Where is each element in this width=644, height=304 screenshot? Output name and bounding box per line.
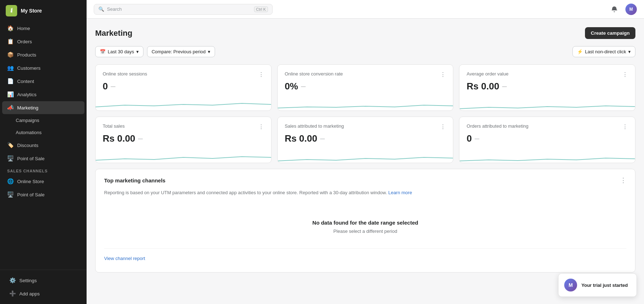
sidebar-item-campaigns[interactable]: Campaigns [2,114,84,126]
main-content: Marketing Create campaign 📅 Last 30 days… [87,19,644,304]
marketing-icon: 📣 [7,104,14,111]
sidebar-item-customers[interactable]: 👥 Customers [2,62,84,74]
no-data-subtitle: Please select a different period [111,229,619,234]
attribution-filter[interactable]: ⚡ Last non-direct click ▾ [572,46,635,57]
sidebar-item-discounts-label: Discounts [17,143,38,148]
trial-text: Your trial just started [581,283,628,288]
sidebar-footer: ⚙️ Settings ➕ Add apps [0,270,87,304]
sidebar-item-automations[interactable]: Automations [2,127,84,138]
sidebar-item-campaigns-label: Campaigns [16,118,39,123]
topbar-right: M [608,3,637,15]
page-header: Marketing Create campaign [95,27,635,39]
trial-banner: M Your trial just started [558,273,637,297]
metrics-grid-row1: Online store sessions ⋮ 0 — Online store… [95,64,635,111]
sidebar-item-home-label: Home [17,26,30,31]
card-value-sales-attributed: Rs 0.00 — [285,133,446,144]
create-campaign-button[interactable]: Create campaign [585,27,635,39]
sidebar-item-products-label: Products [17,52,36,58]
sidebar-item-settings[interactable]: ⚙️ Settings [4,274,82,287]
sidebar-item-home[interactable]: 🏠 Home [2,22,84,35]
section-menu-icon[interactable]: ⋮ [620,176,626,184]
notifications-button[interactable] [608,3,620,15]
sidebar-item-online-store-label: Online Store [17,179,44,184]
info-text: Reporting is based on your UTM parameter… [104,189,626,197]
card-header-sessions: Online store sessions ⋮ [103,71,264,78]
metric-card-avg-order: Average order value ⋮ Rs 0.00 — [459,64,635,111]
card-header-orders-attributed: Orders attributed to marketing ⋮ [467,123,628,130]
trial-avatar: M [564,279,577,291]
card-value-orders-attributed: 0 — [467,133,628,144]
view-channel-report-link[interactable]: View channel report [104,256,145,261]
card-value-avg-order: Rs 0.00 — [467,81,628,92]
learn-more-link[interactable]: Learn more [388,190,412,195]
card-value-sessions: 0 — [103,81,264,92]
sidebar-item-add-apps-label: Add apps [19,291,40,296]
date-range-filter[interactable]: 📅 Last 30 days ▾ [95,46,143,57]
sidebar-item-automations-label: Automations [16,130,42,135]
compare-chevron-icon: ▾ [208,49,210,54]
sidebar-item-add-apps[interactable]: ➕ Add apps [4,287,82,300]
card-title-sales-attributed: Sales attributed to marketing [285,123,344,129]
sidebar-item-online-store[interactable]: 🌐 Online Store [2,175,84,188]
compare-filter[interactable]: Compare: Previous period ▾ [147,46,215,57]
chevron-down-icon: ▾ [136,49,139,54]
home-icon: 🏠 [7,25,14,31]
card-menu-conversion[interactable]: ⋮ [440,71,446,78]
shopify-logo-icon [6,5,17,16]
products-icon: 📦 [7,52,14,58]
sidebar-navigation: 🏠 Home 📋 Orders 📦 Products 👥 Customers 📄… [0,20,87,270]
card-menu-sessions[interactable]: ⋮ [258,71,264,78]
card-menu-sales-attributed[interactable]: ⋮ [440,123,446,130]
store-name: My Store [21,8,42,14]
metric-card-sessions: Online store sessions ⋮ 0 — [95,64,272,111]
card-header-conversion: Online store conversion rate ⋮ [285,71,446,78]
attribution-label: Last non-direct click [585,49,626,54]
sidebar-item-marketing-label: Marketing [17,105,38,111]
sidebar-item-analytics-label: Analytics [17,92,36,97]
metric-card-orders-attributed: Orders attributed to marketing ⋮ 0 — [459,117,635,163]
sidebar-item-orders-label: Orders [17,39,32,44]
sidebar-item-customers-label: Customers [17,65,40,71]
avatar[interactable]: M [625,4,637,15]
card-header-avg-order: Average order value ⋮ [467,71,628,78]
orders-icon: 📋 [7,38,14,45]
sales-channels-label: Sales channels [0,165,87,175]
section-header: Top marketing channels ⋮ [104,176,626,184]
sidebar-item-marketing[interactable]: 📣 Marketing [2,101,84,114]
card-menu-orders-attributed[interactable]: ⋮ [622,123,628,130]
card-menu-avg-order[interactable]: ⋮ [622,71,628,78]
sidebar-item-settings-label: Settings [19,278,37,283]
sidebar-item-pos-label: Point of Sale [17,156,45,161]
card-chart-avg-order [459,94,635,111]
page-title: Marketing [95,29,132,38]
sidebar-item-analytics[interactable]: 📊 Analytics [2,88,84,101]
content-icon: 📄 [7,78,14,84]
sidebar-item-pos-channel[interactable]: 🖥️ Point of Sale [2,188,84,201]
section-title: Top marketing channels [104,177,165,183]
sidebar: My Store 🏠 Home 📋 Orders 📦 Products 👥 Cu… [0,0,87,304]
sidebar-item-orders[interactable]: 📋 Orders [2,35,84,48]
settings-icon: ⚙️ [9,277,16,284]
search-shortcut: Ctrl K [254,6,268,12]
card-value-conversion: 0% — [285,81,446,92]
card-title-conversion: Online store conversion rate [285,71,343,77]
card-title-orders-attributed: Orders attributed to marketing [467,123,528,129]
date-range-label: Last 30 days [108,49,134,54]
sidebar-item-products[interactable]: 📦 Products [2,48,84,61]
card-title-avg-order: Average order value [467,71,508,77]
metric-card-sales-attributed: Sales attributed to marketing ⋮ Rs 0.00 … [277,117,454,163]
sidebar-item-pos[interactable]: 🖥️ Point of Sale [2,152,84,165]
card-value-total-sales: Rs 0.00 — [103,133,264,144]
metric-card-conversion: Online store conversion rate ⋮ 0% — [277,64,454,111]
discounts-icon: 🏷️ [7,142,14,148]
search-placeholder: Search [107,6,122,12]
pos-icon: 🖥️ [7,155,14,162]
card-menu-total-sales[interactable]: ⋮ [258,123,264,130]
card-title-sessions: Online store sessions [103,71,147,77]
add-apps-icon: ➕ [9,290,16,297]
sidebar-item-content[interactable]: 📄 Content [2,75,84,88]
card-title-total-sales: Total sales [103,123,125,129]
search-bar[interactable]: 🔍 Search Ctrl K [94,4,273,15]
metric-card-total-sales: Total sales ⋮ Rs 0.00 — [95,117,272,163]
sidebar-item-discounts[interactable]: 🏷️ Discounts [2,139,84,152]
